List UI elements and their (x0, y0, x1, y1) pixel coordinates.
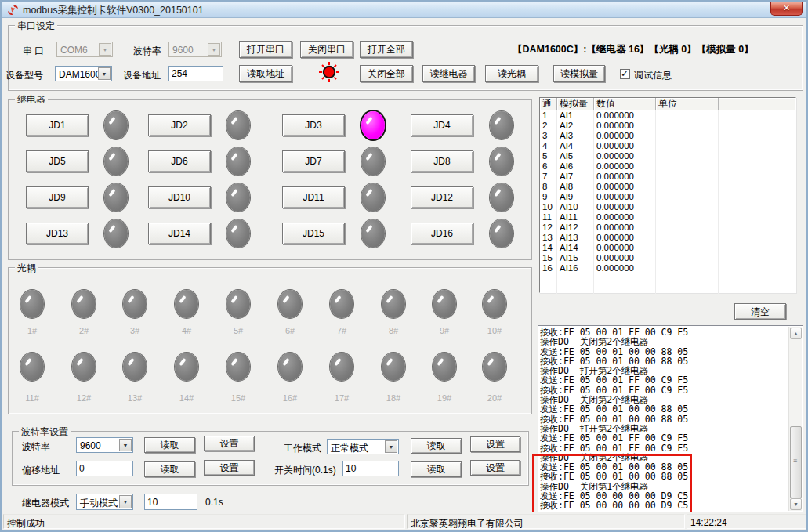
table-cell (557, 284, 594, 294)
table-cell: AI11 (557, 212, 594, 223)
scroll-down-icon[interactable]: ▼ (790, 498, 802, 510)
table-row[interactable]: 2AI20.000000 (540, 121, 795, 131)
table-row[interactable]: 8AI80.000000 (540, 182, 795, 192)
table-header-cell[interactable]: 数值 (594, 98, 656, 110)
table-row[interactable] (540, 284, 795, 294)
relay-button-jd3[interactable]: JD3 (282, 114, 345, 136)
table-row[interactable]: 16AI160.000000 (540, 263, 795, 273)
offset-set-button[interactable]: 设置 (204, 460, 255, 476)
table-row[interactable]: 3AI30.000000 (540, 131, 795, 141)
opto-led-label: 16# (274, 393, 306, 403)
clear-log-button[interactable]: 清空 (734, 303, 786, 320)
opto-led-8 (382, 290, 405, 318)
close-serial-button[interactable]: 关闭串口 (300, 41, 353, 58)
relay-button-jd12[interactable]: JD12 (411, 186, 473, 208)
relay-button-jd16[interactable]: JD16 (411, 223, 473, 244)
table-header-cell[interactable]: 通 (540, 98, 557, 110)
table-header-cell[interactable]: 模拟量 (557, 98, 594, 110)
table-cell (719, 121, 795, 131)
title-bar[interactable]: modbus采集控制卡软件V0300_20150101 (2, 2, 806, 18)
relay-button-jd15[interactable]: JD15 (282, 223, 345, 244)
relay-button-jd11[interactable]: JD11 (282, 186, 345, 208)
opto-led-11 (20, 353, 44, 381)
read-relay-button[interactable]: 读继电器 (422, 65, 475, 82)
table-cell (540, 273, 557, 284)
switch-time-set-button[interactable]: 设置 (470, 460, 520, 476)
relay-button-jd13[interactable]: JD13 (26, 223, 89, 244)
scroll-up-icon[interactable]: ▲ (790, 328, 802, 339)
log-panel[interactable]: 接收:FE 05 00 01 FF 00 C9 F5 操作DO 关闭第2个继电器… (538, 325, 803, 512)
log-scrollbar[interactable]: ▲ ▼ (788, 327, 802, 511)
baud-select: 9600 ▼ (168, 42, 222, 57)
device-model-label: 设备型号 (5, 69, 43, 82)
work-mode-select[interactable]: 正常模式 ▼ (327, 439, 399, 454)
table-row[interactable]: 13AI130.000000 (540, 233, 795, 243)
table-row[interactable]: 10AI100.000000 (540, 202, 795, 212)
table-cell (719, 110, 795, 121)
table-cell (719, 131, 795, 141)
offset-addr-input[interactable] (76, 461, 133, 476)
analog-table[interactable]: 通模拟量数值单位1AI10.0000002AI20.0000003AI30.00… (539, 97, 796, 293)
scrollbar-thumb[interactable] (790, 426, 802, 498)
table-row[interactable]: 14AI140.000000 (540, 243, 795, 253)
table-row[interactable]: 15AI150.000000 (540, 253, 795, 263)
baud-read-button[interactable]: 读取 (144, 437, 195, 453)
table-cell: 0.000000 (594, 192, 656, 202)
chevron-down-icon: ▼ (98, 67, 111, 80)
table-row[interactable]: 6AI60.000000 (540, 161, 795, 172)
relay-led-jd8 (490, 147, 513, 176)
switch-time-read-button[interactable]: 读取 (411, 461, 462, 477)
relay-button-jd4[interactable]: JD4 (411, 114, 473, 136)
read-opto-button[interactable]: 读光耦 (485, 65, 538, 82)
relay-mode-time-input[interactable] (144, 494, 197, 510)
table-row[interactable]: 7AI70.000000 (540, 172, 795, 182)
baud2-select[interactable]: 9600 ▼ (76, 437, 133, 453)
baud-set-button[interactable]: 设置 (204, 436, 255, 451)
table-cell: 15 (540, 253, 557, 263)
table-cell: 0.000000 (594, 202, 656, 212)
table-row[interactable]: 1AI10.000000 (540, 110, 795, 121)
table-cell: 2 (540, 121, 557, 131)
device-model-select[interactable]: DAM1600C ▼ (55, 66, 112, 81)
table-row[interactable]: 12AI120.000000 (540, 223, 795, 233)
work-mode-read-button[interactable]: 读取 (411, 438, 462, 454)
relay-button-jd14[interactable]: JD14 (148, 223, 211, 244)
table-row[interactable]: 4AI40.000000 (540, 141, 795, 151)
table-header-cell[interactable]: 单位 (656, 98, 719, 110)
com-port-value: COM6 (60, 45, 88, 56)
relay-button-jd5[interactable]: JD5 (26, 150, 89, 172)
work-mode-set-button[interactable]: 设置 (470, 436, 520, 452)
table-cell: AI1 (557, 110, 594, 121)
read-addr-button[interactable]: 读取地址 (239, 65, 292, 82)
close-button[interactable] (770, 2, 803, 16)
table-cell (540, 284, 557, 294)
relay-button-jd9[interactable]: JD9 (26, 186, 89, 208)
table-cell: 0.000000 (594, 223, 656, 233)
device-addr-input[interactable] (168, 66, 223, 81)
opto-led-label: 7# (326, 326, 357, 335)
opto-led-label: 4# (171, 326, 202, 335)
opto-led-label: 10# (479, 326, 510, 335)
relay-button-jd10[interactable]: JD10 (148, 186, 211, 208)
relay-led-jd1 (104, 111, 128, 139)
close-all-button[interactable]: 关闭全部 (360, 65, 413, 82)
offset-read-button[interactable]: 读取 (144, 461, 195, 477)
relay-button-jd2[interactable]: JD2 (148, 114, 211, 136)
switch-time-input[interactable] (342, 461, 399, 476)
open-serial-button[interactable]: 打开串口 (239, 41, 292, 58)
relay-button-jd8[interactable]: JD8 (411, 150, 473, 172)
read-analog-button[interactable]: 读模拟量 (553, 65, 605, 82)
relay-button-jd7[interactable]: JD7 (282, 150, 345, 172)
table-header-cell[interactable] (719, 98, 795, 110)
relay-button-jd6[interactable]: JD6 (148, 150, 211, 172)
table-row[interactable] (540, 273, 795, 284)
table-row[interactable]: 9AI90.000000 (540, 192, 795, 202)
relay-button-jd1[interactable]: JD1 (26, 114, 89, 136)
open-all-button[interactable]: 打开全部 (360, 41, 413, 58)
chevron-down-icon: ▼ (119, 495, 132, 508)
relay-mode-select[interactable]: 手动模式 ▼ (76, 494, 133, 510)
table-row[interactable]: 5AI50.000000 (540, 151, 795, 161)
table-row[interactable]: 11AI110.000000 (540, 212, 795, 223)
table-cell (656, 110, 719, 121)
debug-info-checkbox[interactable] (620, 69, 630, 79)
